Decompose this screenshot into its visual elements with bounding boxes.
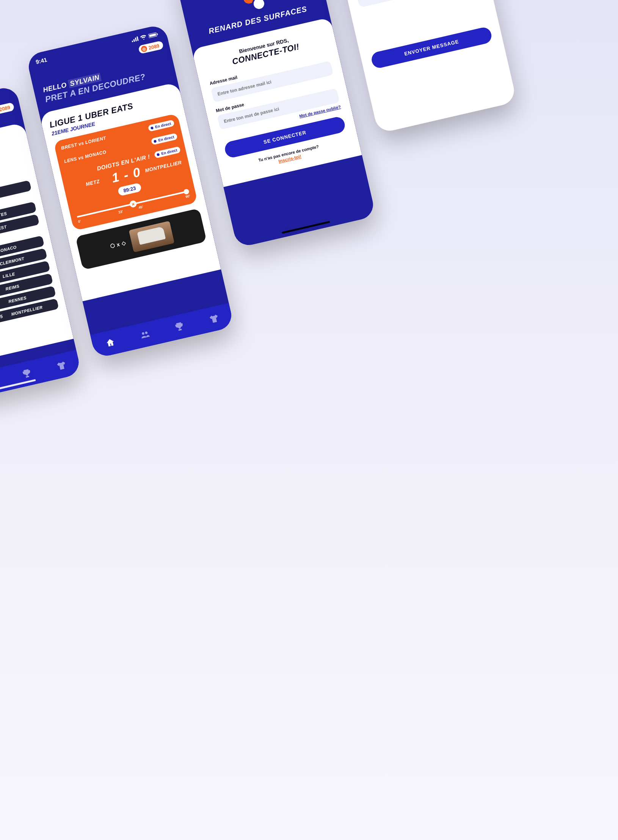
halftime-marker: ✕ (129, 200, 137, 208)
live-card-container: LIGUE 1 UBER EATS 21EME JOURNEE En direc… (39, 82, 221, 301)
send-button[interactable]: ENVOYER MESSAGE (370, 26, 493, 69)
trophy-icon (21, 368, 33, 380)
svg-rect-2 (135, 37, 137, 41)
team-home: METZ (77, 177, 108, 189)
svg-rect-0 (132, 41, 133, 42)
trophy-icon (174, 321, 185, 333)
live-badge-1: En direct (148, 119, 175, 132)
ad-logos: ⬡ x ◇ (110, 240, 127, 249)
tab-shop[interactable] (52, 356, 72, 376)
live-badge-2: En direct (151, 133, 178, 145)
coin-icon: ◎ (140, 45, 147, 52)
message-textarea[interactable] (348, 0, 479, 8)
coin-value: 2089 (148, 42, 160, 50)
battery-icon (148, 31, 158, 38)
status-time: 9:41 (35, 56, 48, 65)
match-time: 20H45 (0, 312, 10, 323)
app-logo (239, 0, 268, 15)
ad-car-image (129, 221, 175, 252)
jersey-icon (56, 360, 67, 372)
tab-trophy[interactable] (169, 317, 190, 337)
svg-rect-3 (136, 36, 139, 41)
coin-value: 2089 (0, 104, 11, 112)
tab-home[interactable] (100, 333, 121, 353)
team-away: MONTPELLIER (144, 161, 175, 174)
signal-icon (131, 36, 138, 42)
phone-message: Tu es le premier Laisse un message à la … (324, 0, 517, 134)
jersey-icon (208, 313, 220, 325)
wifi-icon (140, 34, 147, 40)
tab-shop[interactable] (204, 309, 224, 329)
people-icon (139, 329, 151, 341)
ball-icon (251, 0, 267, 12)
home-indicator (281, 221, 330, 234)
tab-community[interactable] (135, 325, 155, 345)
bottom-nav (0, 350, 82, 406)
svg-rect-6 (157, 33, 158, 35)
home-indicator (0, 379, 36, 392)
home-icon (104, 337, 116, 349)
svg-rect-1 (133, 39, 135, 41)
match-clock: 89:23 (117, 182, 142, 196)
bottom-nav (90, 303, 234, 359)
